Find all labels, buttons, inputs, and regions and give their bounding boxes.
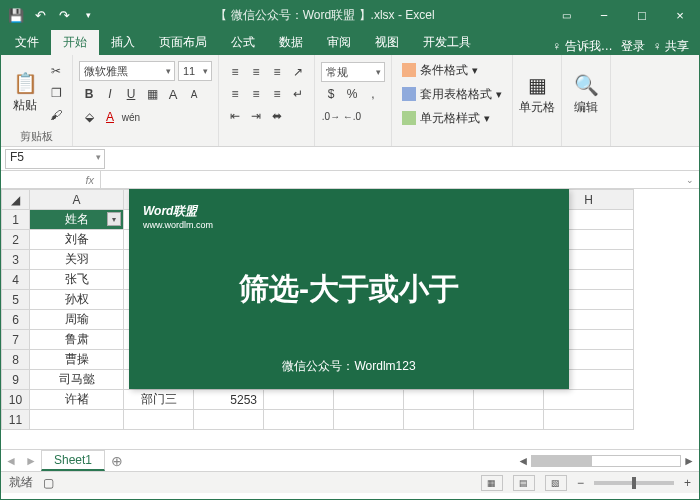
row-header[interactable]: 1 <box>2 210 30 230</box>
tab-view[interactable]: 视图 <box>363 30 411 55</box>
minimize-icon[interactable]: − <box>585 1 623 29</box>
row-header[interactable]: 5 <box>2 290 30 310</box>
row-header[interactable]: 2 <box>2 230 30 250</box>
view-break-icon[interactable]: ▧ <box>545 475 567 491</box>
row-header[interactable]: 4 <box>2 270 30 290</box>
font-color-icon[interactable]: A <box>100 107 120 127</box>
tab-layout[interactable]: 页面布局 <box>147 30 219 55</box>
row-header[interactable]: 11 <box>2 410 30 430</box>
redo-icon[interactable]: ↷ <box>53 4 75 26</box>
formula-bar[interactable] <box>101 171 681 188</box>
hscroll-left-icon[interactable]: ◄ <box>517 454 529 468</box>
cell[interactable] <box>194 410 264 430</box>
tab-file[interactable]: 文件 <box>3 30 51 55</box>
italic-icon[interactable]: I <box>100 84 120 104</box>
tab-insert[interactable]: 插入 <box>99 30 147 55</box>
close-icon[interactable]: × <box>661 1 699 29</box>
row-header[interactable]: 3 <box>2 250 30 270</box>
view-normal-icon[interactable]: ▦ <box>481 475 503 491</box>
tab-dev[interactable]: 开发工具 <box>411 30 483 55</box>
undo-icon[interactable]: ↶ <box>29 4 51 26</box>
copy-icon[interactable]: ❐ <box>46 83 66 103</box>
macro-record-icon[interactable]: ▢ <box>43 476 54 490</box>
tab-home[interactable]: 开始 <box>51 30 99 55</box>
login-link[interactable]: 登录 <box>621 38 645 55</box>
formula-expand-icon[interactable]: ⌄ <box>681 175 699 185</box>
align-right-icon[interactable]: ≡ <box>267 84 287 104</box>
number-format-combo[interactable]: 常规 <box>321 62 385 82</box>
wrap-text-icon[interactable]: ↵ <box>288 84 308 104</box>
row-header[interactable]: 7 <box>2 330 30 350</box>
paste-button[interactable]: 📋粘贴 <box>7 58 43 127</box>
font-name-combo[interactable]: 微软雅黑 <box>79 61 175 81</box>
qat-more-icon[interactable]: ▾ <box>77 4 99 26</box>
hscroll-right-icon[interactable]: ► <box>683 454 695 468</box>
comma-icon[interactable]: , <box>363 84 383 104</box>
ribbon-options-icon[interactable]: ▭ <box>547 1 585 29</box>
cell[interactable]: 曹操 <box>30 350 124 370</box>
tab-formula[interactable]: 公式 <box>219 30 267 55</box>
font-size-combo[interactable]: 11 <box>178 61 212 81</box>
tab-review[interactable]: 审阅 <box>315 30 363 55</box>
add-sheet-icon[interactable]: ⊕ <box>105 453 129 469</box>
fx-icon[interactable]: fx <box>1 171 101 188</box>
cell[interactable]: 鲁肃 <box>30 330 124 350</box>
bold-icon[interactable]: B <box>79 84 99 104</box>
grow-font-icon[interactable]: A <box>163 84 183 104</box>
table-format-button[interactable]: 套用表格格式 ▾ <box>398 84 506 104</box>
cell[interactable] <box>124 410 194 430</box>
table-header-name[interactable]: 姓名▾ <box>30 210 124 230</box>
share-link[interactable]: ♀ 共享 <box>653 38 689 55</box>
cells-button[interactable]: ▦单元格 <box>519 58 555 130</box>
cell[interactable] <box>30 410 124 430</box>
hscroll-track[interactable] <box>531 455 681 467</box>
row-header[interactable]: 10 <box>2 390 30 410</box>
orientation-icon[interactable]: ↗ <box>288 62 308 82</box>
sheet-tab[interactable]: Sheet1 <box>41 450 105 471</box>
col-header-A[interactable]: A <box>30 190 124 210</box>
filter-icon[interactable]: ▾ <box>107 212 121 226</box>
cell[interactable]: 5253 <box>194 390 264 410</box>
name-box[interactable]: F5 <box>5 149 105 169</box>
row-header[interactable]: 6 <box>2 310 30 330</box>
cell[interactable]: 周瑜 <box>30 310 124 330</box>
indent-inc-icon[interactable]: ⇥ <box>246 106 266 126</box>
view-page-icon[interactable]: ▤ <box>513 475 535 491</box>
cell-style-button[interactable]: 单元格样式 ▾ <box>398 108 506 128</box>
cell[interactable]: 司马懿 <box>30 370 124 390</box>
align-middle-icon[interactable]: ≡ <box>246 62 266 82</box>
sheet-nav-next-icon[interactable]: ► <box>21 454 41 468</box>
cell[interactable]: 关羽 <box>30 250 124 270</box>
row-header[interactable]: 9 <box>2 370 30 390</box>
save-icon[interactable]: 💾 <box>5 4 27 26</box>
cell[interactable]: 许褚 <box>30 390 124 410</box>
maximize-icon[interactable]: □ <box>623 1 661 29</box>
tab-data[interactable]: 数据 <box>267 30 315 55</box>
indent-dec-icon[interactable]: ⇤ <box>225 106 245 126</box>
cut-icon[interactable]: ✂ <box>46 61 66 81</box>
cell[interactable]: 刘备 <box>30 230 124 250</box>
zoom-slider[interactable] <box>594 481 674 485</box>
cell[interactable]: 部门三 <box>124 390 194 410</box>
spreadsheet-grid[interactable]: ◢ABCDEFGH1姓名▾2刘备3关羽4张飞5孙权6周瑜7鲁肃8曹操部门三875… <box>1 189 699 449</box>
row-header[interactable]: 8 <box>2 350 30 370</box>
format-painter-icon[interactable]: 🖌 <box>46 105 66 125</box>
align-left-icon[interactable]: ≡ <box>225 84 245 104</box>
dec-decimal-icon[interactable]: ←.0 <box>342 106 362 126</box>
fill-color-icon[interactable]: ⬙ <box>79 107 99 127</box>
border-icon[interactable]: ▦ <box>142 84 162 104</box>
inc-decimal-icon[interactable]: .0→ <box>321 106 341 126</box>
conditional-format-button[interactable]: 条件格式 ▾ <box>398 60 506 80</box>
currency-icon[interactable]: $ <box>321 84 341 104</box>
phonetic-icon[interactable]: wén <box>121 107 141 127</box>
select-all[interactable]: ◢ <box>2 190 30 210</box>
merge-icon[interactable]: ⬌ <box>267 106 287 126</box>
percent-icon[interactable]: % <box>342 84 362 104</box>
sheet-nav-prev-icon[interactable]: ◄ <box>1 454 21 468</box>
cell[interactable]: 张飞 <box>30 270 124 290</box>
align-top-icon[interactable]: ≡ <box>225 62 245 82</box>
editing-button[interactable]: 🔍编辑 <box>568 58 604 130</box>
underline-icon[interactable]: U <box>121 84 141 104</box>
zoom-in-icon[interactable]: + <box>684 476 691 490</box>
tell-me[interactable]: ♀ 告诉我… <box>552 38 612 55</box>
